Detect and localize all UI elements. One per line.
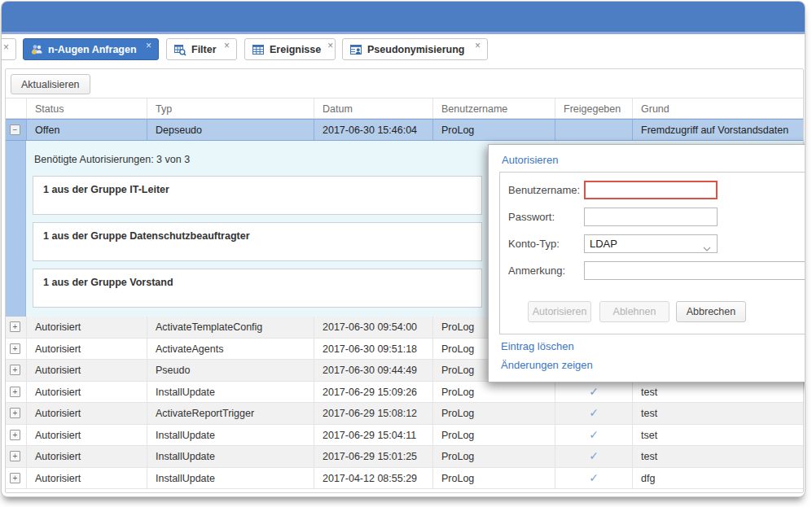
- cell-status: Autorisiert: [26, 446, 147, 467]
- authorizations-summary: Benötigte Autorisierungen: 3 von 3: [34, 154, 190, 165]
- table-row[interactable]: + Autorisiert InstallUpdate 2017-06-29 1…: [6, 382, 803, 404]
- cell-status: Autorisiert: [26, 360, 147, 381]
- expand-icon[interactable]: +: [10, 408, 20, 418]
- cell-datum: 2017-06-29 15:01:25: [314, 446, 432, 467]
- authorize-button[interactable]: Autorisieren: [528, 301, 591, 322]
- close-icon[interactable]: ×: [468, 42, 481, 50]
- cell-status: Autorisiert: [26, 425, 147, 446]
- cell-status: Autorisiert: [26, 317, 147, 338]
- header-benutzername[interactable]: Benutzername: [432, 98, 555, 118]
- collapse-icon[interactable]: −: [10, 125, 20, 135]
- cell-typ: ActivateReportTrigger: [147, 403, 314, 424]
- cell-grund: Fremdzugriff auf Vorstandsdaten: [632, 120, 803, 140]
- username-field[interactable]: [584, 181, 718, 199]
- cell-benutzername: ProLog: [432, 382, 555, 403]
- cell-benutzername: ProLog: [432, 468, 555, 489]
- header-grund[interactable]: Grund: [632, 98, 803, 118]
- tab-fragment-left[interactable]: ×: [1, 38, 16, 60]
- authorize-dialog: Autorisieren Benutzername: Passwort: Kon…: [488, 144, 805, 382]
- header-status[interactable]: Status: [26, 98, 147, 118]
- cell-benutzername: ProLog: [432, 403, 555, 424]
- expand-icon[interactable]: +: [10, 387, 20, 397]
- cell-typ: ActivateAgents: [147, 339, 314, 360]
- tab-label: Ereignisse: [270, 44, 321, 55]
- expand-icon[interactable]: +: [10, 343, 20, 354]
- cell-status: Autorisiert: [26, 339, 147, 360]
- tab-label: n-Augen Anfragen: [48, 44, 137, 55]
- expansion-left-strip: [6, 141, 26, 317]
- tab-label: Filter: [191, 44, 217, 55]
- cell-datum: 2017-06-29 15:08:12: [314, 403, 432, 424]
- close-icon[interactable]: ×: [321, 42, 333, 50]
- tab-n-augen-anfragen[interactable]: n-Augen Anfragen ×: [23, 38, 159, 60]
- table-row[interactable]: + Autorisiert ActivateReportTrigger 2017…: [6, 403, 803, 425]
- expander-cell: +: [6, 403, 26, 424]
- reject-button[interactable]: Ablehnen: [599, 301, 669, 322]
- expand-icon[interactable]: +: [10, 430, 20, 440]
- expand-icon[interactable]: +: [10, 473, 20, 483]
- close-icon[interactable]: ×: [139, 42, 151, 50]
- tab-pseudonymisierung[interactable]: Pseudonymisierung ×: [342, 38, 488, 60]
- header-freigegeben[interactable]: Freigegeben: [555, 98, 632, 118]
- cell-typ: InstallUpdate: [147, 425, 314, 446]
- tab-label: Pseudonymisierung: [367, 44, 464, 55]
- cell-status: Autorisiert: [26, 468, 147, 489]
- header-datum[interactable]: Datum: [314, 98, 432, 118]
- refresh-button[interactable]: Aktualisieren: [11, 74, 90, 94]
- tab-ereignisse[interactable]: Ereignisse ×: [244, 38, 336, 60]
- table-row[interactable]: + Autorisiert InstallUpdate 2017-04-12 0…: [6, 468, 803, 490]
- cell-datum: 2017-06-30 09:51:18: [314, 339, 432, 360]
- dialog-form-box: Benutzername: Passwort: Konto-Typ: LDAP …: [499, 172, 805, 334]
- header-typ[interactable]: Typ: [147, 98, 314, 118]
- header-expander-col: [6, 98, 26, 118]
- table-row[interactable]: + Autorisiert InstallUpdate 2017-06-29 1…: [6, 446, 803, 468]
- expand-icon[interactable]: +: [10, 451, 20, 461]
- table-row[interactable]: + Autorisiert InstallUpdate 2017-06-29 1…: [6, 425, 803, 447]
- close-icon[interactable]: ×: [3, 42, 9, 53]
- users-lock-icon: [30, 43, 43, 56]
- cell-benutzername: ProLog: [432, 425, 555, 446]
- cell-datum: 2017-06-29 15:09:26: [314, 382, 432, 403]
- expander-cell: +: [6, 317, 26, 338]
- cell-status: Autorisiert: [26, 403, 147, 424]
- expand-icon[interactable]: +: [10, 365, 20, 375]
- cell-grund: dfg: [632, 468, 803, 489]
- close-icon[interactable]: ×: [217, 42, 230, 50]
- filter-search-icon: [173, 43, 187, 56]
- cancel-button[interactable]: Abbrechen: [676, 301, 746, 322]
- cell-datum: 2017-06-30 15:46:04: [314, 120, 432, 140]
- cell-grund: test: [632, 403, 803, 424]
- cell-status: Autorisiert: [26, 382, 147, 403]
- cell-status: Offen: [26, 120, 147, 140]
- toolbar: Aktualisieren: [6, 69, 803, 98]
- cell-typ: Depseudo: [147, 120, 314, 140]
- expander-cell: +: [6, 360, 26, 381]
- authorization-group-datenschutz: 1 aus der Gruppe Datenschutzbeauftragter: [33, 222, 482, 261]
- expander-cell: +: [6, 339, 26, 360]
- check-icon: ✓: [555, 425, 632, 446]
- expand-icon[interactable]: +: [10, 321, 20, 332]
- title-bar-accent: [2, 32, 805, 34]
- cell-grund: test: [632, 382, 803, 403]
- cell-grund: tset: [632, 425, 803, 446]
- delete-entry-link[interactable]: Eintrag löschen: [501, 340, 574, 352]
- show-changes-link[interactable]: Änderungen zeigen: [501, 359, 593, 371]
- authorization-group-it-leiter: 1 aus der Gruppe IT-Leiter: [33, 176, 482, 215]
- cell-benutzername: ProLog: [432, 446, 555, 467]
- account-type-select[interactable]: LDAP: [584, 234, 718, 253]
- authorization-group-vorstand: 1 aus der Gruppe Vorstand: [33, 269, 482, 308]
- app-window: × n-Augen Anfragen × Filter ×: [1, 1, 805, 497]
- cell-typ: InstallUpdate: [147, 468, 314, 489]
- expander-cell: +: [6, 446, 26, 467]
- note-field[interactable]: [584, 261, 805, 280]
- cell-grund: test: [632, 446, 803, 467]
- expander-cell: −: [6, 120, 26, 140]
- check-icon: ✓: [555, 382, 632, 403]
- password-field[interactable]: [584, 208, 718, 226]
- table-row-selected[interactable]: − Offen Depseudo 2017-06-30 15:46:04 Pro…: [6, 119, 803, 141]
- cell-datum: 2017-06-30 09:54:00: [314, 317, 432, 338]
- cell-datum: 2017-04-12 08:55:29: [314, 468, 432, 489]
- tab-filter[interactable]: Filter ×: [166, 38, 237, 60]
- table-icon: [252, 43, 265, 56]
- table-header: Status Typ Datum Benutzername Freigegebe…: [6, 98, 803, 119]
